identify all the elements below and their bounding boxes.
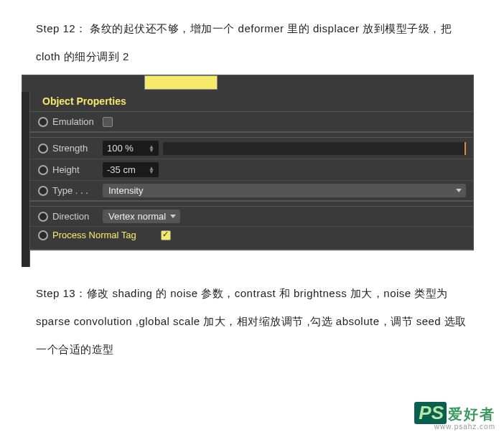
strength-input[interactable]: 100 % ▲▼ — [103, 141, 159, 156]
watermark-logo: PS — [414, 402, 447, 424]
divider — [22, 201, 473, 207]
strength-radio[interactable] — [38, 144, 48, 154]
height-row: Height -35 cm ▲▼ — [22, 159, 473, 181]
spinner-icon[interactable]: ▲▼ — [149, 166, 154, 174]
process-radio[interactable] — [38, 230, 48, 240]
direction-row: Direction Vertex normal — [22, 207, 473, 227]
divider — [22, 132, 473, 138]
watermark-cn: 爱好者 — [448, 405, 495, 424]
properties-panel: Object Properties Emulation Strength 100… — [22, 75, 474, 250]
left-strip — [22, 92, 30, 267]
direction-dropdown[interactable]: Vertex normal — [103, 210, 180, 223]
direction-label: Direction — [52, 211, 103, 222]
step13-text: Step 13：修改 shading 的 noise 参数，contrast 和… — [36, 279, 468, 363]
watermark: PS 爱好者 www.psahz.com — [414, 402, 495, 431]
strength-label: Strength — [52, 143, 103, 154]
direction-radio[interactable] — [38, 212, 48, 222]
type-row: Type . . . Intensity — [22, 181, 473, 201]
height-value: -35 cm — [107, 164, 136, 175]
spinner-icon[interactable]: ▲▼ — [149, 145, 154, 152]
strength-slider[interactable] — [163, 142, 466, 155]
process-label: Process Normal Tag — [52, 230, 157, 240]
emulation-radio[interactable] — [38, 117, 48, 127]
strength-value: 100 % — [107, 143, 134, 154]
type-label: Type . . . — [52, 185, 103, 196]
type-radio[interactable] — [38, 186, 48, 196]
height-input[interactable]: -35 cm ▲▼ — [103, 162, 159, 177]
emulation-label: Emulation — [52, 116, 103, 127]
step12-text: Step 12： 条纹的起伏还不够，增加一个 deformer 里的 displ… — [36, 14, 468, 70]
height-radio[interactable] — [38, 165, 48, 175]
strength-row: Strength 100 % ▲▼ — [22, 138, 473, 159]
process-checkbox[interactable] — [161, 230, 171, 240]
panel-title: Object Properties — [22, 91, 473, 112]
process-row: Process Normal Tag — [22, 227, 473, 250]
emulation-row: Emulation — [22, 112, 473, 132]
emulation-checkbox[interactable] — [103, 117, 113, 127]
type-dropdown[interactable]: Intensity — [103, 184, 466, 197]
active-tab-indicator[interactable] — [31, 75, 473, 91]
height-label: Height — [52, 164, 103, 175]
